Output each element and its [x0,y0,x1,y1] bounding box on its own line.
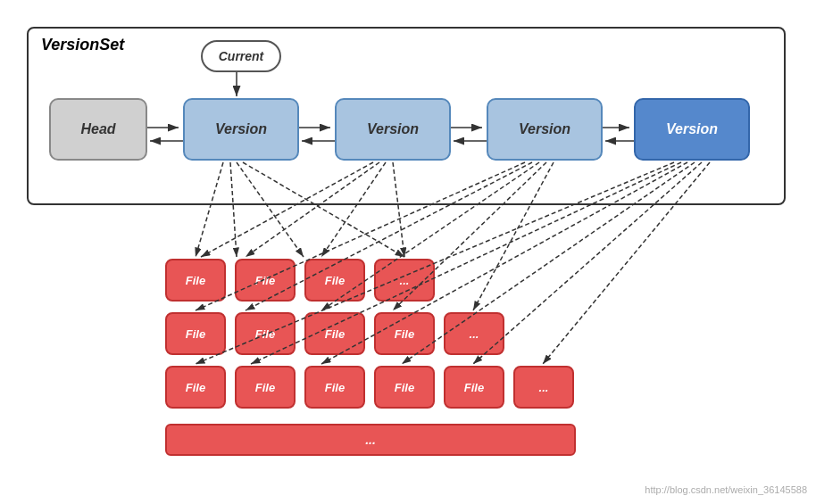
current-bubble: Current [201,40,281,72]
file-r2c4: File [374,312,435,355]
file-r2c2: File [235,312,296,355]
file-r1c4: ... [374,259,435,302]
version-node-2: Version [335,98,451,161]
file-r3c3: File [304,366,365,409]
watermark: http://blog.csdn.net/weixin_36145588 [645,484,807,495]
file-r3c6: ... [513,366,574,409]
file-r2c3: File [304,312,365,355]
file-r1c1: File [165,259,226,302]
file-r2c5: ... [444,312,504,355]
head-label: Head [80,121,115,137]
diagram-container: VersionSet Current Head Version Version … [0,0,816,504]
current-label: Current [219,49,264,63]
file-r3c1: File [165,366,226,409]
bottom-bar-label: ... [365,433,376,447]
file-r3c4: File [374,366,435,409]
file-r1c2: File [235,259,296,302]
version-node-4: Version [634,98,750,161]
versionset-label: VersionSet [41,36,124,54]
head-node: Head [49,98,147,161]
file-r3c5: File [444,366,504,409]
version-label-3: Version [519,121,570,137]
version-node-3: Version [487,98,603,161]
file-r3c2: File [235,366,296,409]
version-node-1: Version [183,98,299,161]
bottom-bar: ... [165,424,576,456]
file-r2c1: File [165,312,226,355]
version-label-4: Version [666,121,718,137]
file-r1c3: File [304,259,365,302]
version-label-2: Version [367,121,419,137]
version-label-1: Version [215,121,267,137]
